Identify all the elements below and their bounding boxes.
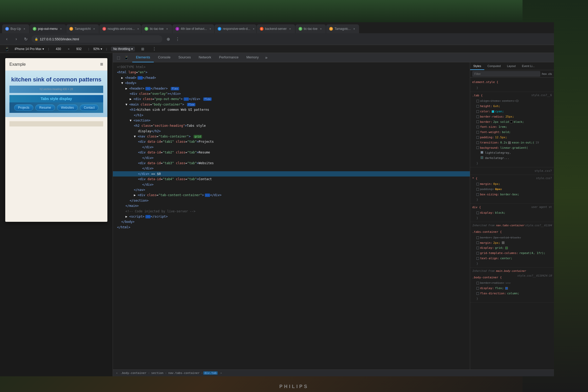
menu-button[interactable]: ⋮ [174, 35, 181, 43]
checkbox-display[interactable] [476, 212, 479, 214]
checkbox-border-radius-body[interactable] [476, 282, 479, 284]
filter-input[interactable] [472, 71, 540, 77]
checkbox-padding-u[interactable] [476, 188, 479, 191]
tab-close-noughts[interactable]: × [136, 27, 140, 31]
device-selector[interactable]: iPhone 14 Pro Max ▾ [15, 47, 44, 51]
styles-tab-styles[interactable]: Styles [470, 62, 484, 70]
checkbox-background[interactable] [476, 146, 479, 149]
checkbox-border[interactable] [476, 120, 479, 123]
tab-tamagotchi[interactable]: T Tamagotchi × [66, 24, 99, 33]
tab-console[interactable]: Console [154, 53, 174, 62]
dom-line-tab4[interactable]: <div data-id="tab4" class="tab">Contact [113, 176, 470, 182]
dom-line-head[interactable]: ▶ <head>··</head> [113, 75, 470, 80]
styles-tab-computed[interactable]: Computed [484, 62, 504, 70]
styles-tab-event-listeners[interactable]: Event Li... [519, 62, 538, 70]
dom-line-tab3[interactable]: <div data-id="tab3" class="tab">Websites [113, 161, 470, 166]
more-tabs-button[interactable]: » [263, 54, 270, 61]
hov-cls-button[interactable]: :hov .cls [541, 72, 552, 75]
breadcrumb-body-container[interactable]: .body-container [119, 371, 147, 375]
tab-pop-out-menu[interactable]: P pop-out-menu × [30, 24, 66, 33]
dom-line-main[interactable]: ▼ <main class="body-container"> flex [113, 102, 470, 107]
checkbox-text-align[interactable] [476, 257, 479, 260]
checkbox-transition[interactable] [476, 141, 479, 144]
checkbox-display-tabs[interactable] [476, 247, 479, 249]
dom-line-overlay[interactable]: <div class="overlay"></div> [113, 91, 470, 96]
checkbox-flex-direction[interactable] [476, 292, 479, 295]
nav-resume[interactable]: Resume [35, 104, 55, 111]
inspect-icon[interactable]: ⬚ [115, 54, 122, 61]
checkbox-box-sizing[interactable] [476, 193, 479, 196]
tab-close-buy-up[interactable]: × [23, 27, 26, 31]
dom-line-section[interactable]: ▼ <section> [113, 118, 470, 123]
checkbox-font-size[interactable] [476, 126, 479, 128]
dom-line-tab-content[interactable]: ▶ <div class="tab-content-container">··<… [113, 192, 470, 198]
dom-line-nav[interactable]: ▼ <nav class="tabs-container"> grid [113, 134, 470, 139]
dom-line-header[interactable]: ▶ <header>··</header> flex [113, 86, 470, 91]
checkbox-border-tabs[interactable] [476, 236, 479, 239]
checkbox-padding[interactable] [476, 136, 479, 139]
tab-backend[interactable]: B backend-server × [257, 24, 295, 33]
tab-performance[interactable]: Performance [215, 53, 242, 62]
tab-noughts[interactable]: N noughts-and-cros... × [99, 24, 141, 33]
tab-tic2[interactable]: T tic-tac-toe × [295, 24, 326, 33]
nav-contact[interactable]: Contact [80, 104, 98, 111]
tab-close-responsive[interactable]: × [252, 27, 256, 31]
tab-elements[interactable]: Elements [132, 53, 154, 62]
tab-close-tic[interactable]: × [165, 27, 169, 31]
forward-button[interactable]: › [13, 35, 20, 43]
device-toggle-button[interactable]: 📱 [3, 45, 10, 53]
width-input[interactable] [53, 47, 64, 51]
hamburger-icon[interactable]: ≡ [100, 61, 103, 67]
tab-responsive[interactable]: R responsive-web-d... × [215, 24, 256, 33]
breadcrumb-section[interactable]: section [150, 371, 164, 375]
checkbox-border-radius[interactable] [476, 115, 479, 118]
tab-sources[interactable]: Sources [175, 53, 195, 62]
tab-buy-up[interactable]: B Buy-Up × [2, 24, 29, 33]
tab-close-backend[interactable]: × [288, 27, 292, 31]
device-icon[interactable]: 📱 [123, 54, 130, 61]
reload-button[interactable]: ↻ [22, 35, 29, 43]
nav-websites[interactable]: Websites [57, 104, 78, 111]
throttle-selector[interactable]: No throttling ▾ [111, 47, 135, 51]
tab-tamagotchi2[interactable]: T Tamagotc... × [326, 24, 359, 33]
dom-line-h1[interactable]: <h1>kitchen sink of common Web UI patter… [113, 107, 470, 112]
nav-projects[interactable]: Projects [14, 104, 33, 111]
tab-close-tamagotchi[interactable]: × [92, 27, 96, 31]
breadcrumb-tabs-container[interactable]: nav.tabs-container [167, 371, 201, 375]
tab-close-pop-out-menu[interactable]: × [59, 27, 63, 31]
address-bar[interactable]: 🔒 127.0.0.1:5503/index.html [31, 35, 162, 43]
breadcrumb-div-tab[interactable]: div.tab [203, 371, 217, 375]
tab-close-4th[interactable]: × [208, 27, 212, 31]
more-options-button[interactable]: ⋮ [151, 45, 158, 53]
checkbox-font-weight[interactable] [476, 131, 479, 134]
back-button[interactable]: ‹ [3, 35, 10, 43]
height-input[interactable] [74, 47, 84, 51]
checkbox-align[interactable] [476, 100, 479, 102]
tab-tic-tac-toe[interactable]: T tic-tac-toe × [141, 24, 172, 33]
network-icon[interactable]: ⊞ [139, 45, 146, 53]
tab-close-tic2[interactable]: × [319, 27, 323, 31]
dom-line-tab-selected[interactable]: </div> == $0 [113, 171, 470, 176]
tab-close-tama2[interactable]: × [352, 27, 356, 31]
breadcrumb-back-icon[interactable]: ‹ [115, 371, 119, 375]
dom-line-tab2[interactable]: <div data-id="tab2" class="tab">Resume [113, 150, 470, 155]
dom-line-h2[interactable]: <h2 class="section-heading">Tabs style [113, 123, 470, 128]
dom-line-body[interactable]: ▼ <body> [113, 80, 470, 86]
styles-tab-layout[interactable]: Layout [504, 62, 519, 70]
dom-line-tab1[interactable]: <div data-id="tab1" class="tab">Projects [113, 139, 470, 144]
tab-4th-law[interactable]: 4 4th law of behavi... × [172, 24, 214, 33]
checkbox-margin-tabs[interactable] [476, 241, 479, 244]
checkbox-grid-template[interactable] [476, 252, 479, 255]
dom-line-script[interactable]: ▶ <script>··</script> [113, 214, 470, 219]
tab-network[interactable]: Network [195, 53, 215, 62]
breadcrumb-forward-icon[interactable]: › [219, 371, 223, 375]
checkbox-margin[interactable] [476, 183, 479, 185]
dom-line-popup[interactable]: ▶ <div class="pop-out-menu">··</div> fle… [113, 96, 470, 102]
tab-memory[interactable]: Memory [243, 53, 262, 62]
checkbox-height[interactable] [476, 105, 479, 108]
extensions-button[interactable]: ⊕ [164, 35, 172, 43]
dom-line-tab2-close: </div> [113, 155, 470, 161]
zoom-selector[interactable]: 92% ▾ [93, 47, 102, 51]
checkbox-color[interactable] [476, 110, 479, 113]
checkbox-display-body[interactable] [476, 287, 479, 290]
